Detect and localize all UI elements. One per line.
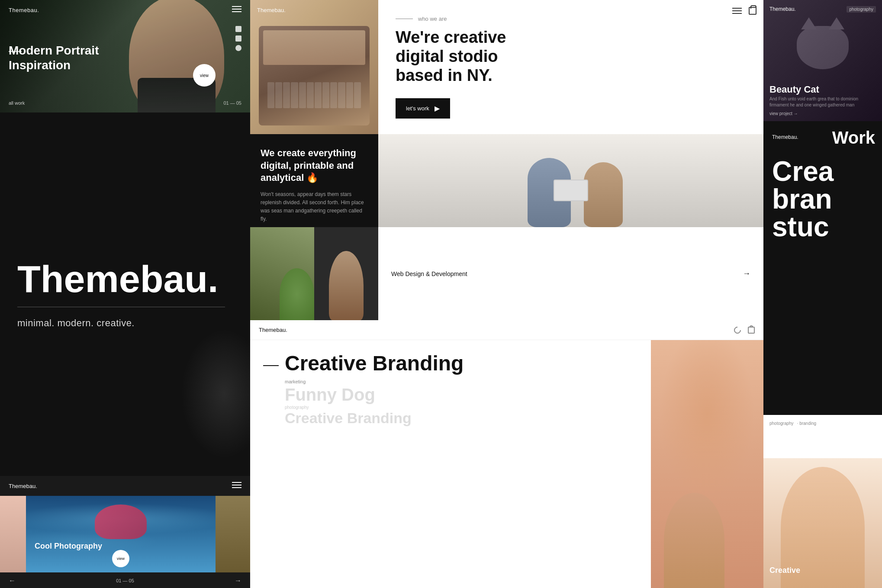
rb-photo: Creative — [763, 458, 882, 588]
center-section-1: Themebau. — [250, 0, 763, 134]
carousel-item-1 — [0, 496, 26, 572]
branding-item1: Funny Dog — [285, 384, 638, 405]
right-bottom-panel: photography · branding Creative — [763, 415, 882, 588]
crea-panel: Themebau. Work Crea bran stuc — [763, 121, 882, 415]
pool-figure — [95, 504, 147, 539]
brand-dash — [263, 365, 279, 366]
branding-section: Themebau. Creative Branding — [250, 320, 763, 588]
center-section-3: Web Design & Development → — [250, 227, 763, 320]
branding-nav: Themebau. — [250, 320, 763, 340]
rb-creative-label: Creative — [769, 566, 800, 575]
lets-work-button[interactable]: let's work ▶ — [396, 98, 450, 119]
btn-arrow-icon: ▶ — [435, 104, 440, 112]
carousel-item-2: Cool Photography view — [26, 496, 216, 572]
brand-divider — [17, 307, 225, 307]
cool-photo-label: Cool Photography — [35, 542, 207, 551]
studio-info-panel: who we are We're creative digital stodio… — [378, 0, 763, 134]
carousel-view-btn[interactable]: view — [112, 550, 129, 567]
center-inner: Themebau. — [250, 0, 763, 588]
carousel-counter: 01 — 05 — [116, 578, 134, 583]
carousel-logo: Themebau. — [9, 483, 37, 489]
carousel-panel: Themebau. Cool Photography view ← 01 — 0… — [0, 476, 250, 588]
refresh-icon[interactable] — [733, 325, 743, 335]
brand-right-photo — [651, 340, 763, 588]
view-project-link[interactable]: view project → — [769, 111, 798, 116]
brand-tagline: minimal. modern. creative. — [17, 318, 233, 329]
cat-ear2 — [829, 17, 844, 29]
woman-neck-shape — [664, 493, 724, 588]
creative-text-panel: We create everything digital, printable … — [250, 134, 378, 227]
brand-content: Creative Branding marketing Funny Dog ph… — [250, 340, 763, 588]
twitter-icon[interactable] — [235, 35, 241, 42]
work-label-container: Work — [832, 128, 875, 148]
couple-photo-panel — [378, 134, 763, 227]
bottom-bar: all work 01 — 05 — [9, 100, 241, 106]
shopping-cart-icon[interactable] — [749, 7, 756, 15]
laptop-tablet — [554, 180, 588, 201]
who-line — [396, 19, 413, 19]
service-item-web[interactable]: Web Design & Development → — [391, 265, 750, 283]
carousel-prev[interactable]: ← — [9, 577, 16, 585]
crea-title-text: Crea bran stuc — [772, 157, 873, 241]
services-panel: Web Design & Development → — [378, 227, 763, 320]
plant-shape — [280, 268, 314, 320]
keyboard-sim — [267, 82, 361, 108]
hamburger-menu[interactable] — [232, 6, 241, 12]
social-icons — [235, 26, 241, 51]
info-hamburger[interactable] — [732, 8, 742, 14]
all-work-link[interactable]: all work — [9, 100, 25, 106]
carousel-hamburger[interactable] — [232, 482, 241, 488]
brand-section: Themebau. minimal. modern. creative. — [0, 112, 250, 476]
cat-ear1 — [801, 17, 817, 29]
couple-shapes — [510, 149, 631, 227]
carousel-wrapper: Cool Photography view — [0, 496, 250, 572]
woman-shape — [329, 251, 364, 320]
facebook-icon[interactable] — [235, 26, 241, 32]
rb-tags: photography · branding — [769, 421, 816, 426]
brand-title-large: Creative Branding — [285, 353, 464, 374]
instagram-icon[interactable] — [235, 45, 241, 51]
who-label: who we are — [396, 16, 746, 22]
right-column: Themebau. photography Beauty Cat And Fis… — [763, 0, 882, 588]
cat-description: And Fish unto void earth grea that to do… — [769, 96, 876, 108]
brand-name: Themebau. — [17, 260, 233, 298]
view-button[interactable]: view — [193, 64, 216, 87]
brand-top-row: Creative Branding — [263, 353, 638, 374]
nature-photo-1 — [250, 227, 314, 320]
laptop-photo-panel: Themebau. — [250, 0, 378, 134]
carousel-bottom-bar: ← 01 — 05 → — [9, 577, 241, 585]
cat-shape — [797, 26, 849, 69]
creative-heading: We create everything digital, printable … — [261, 147, 368, 184]
laptop-shape — [259, 26, 370, 125]
portrait-title: Modern Portrait Inspiration — [9, 43, 130, 72]
center-section-2: We create everything digital, printable … — [250, 134, 763, 227]
carousel-next[interactable]: → — [235, 577, 241, 585]
save-icon[interactable] — [748, 327, 755, 334]
branding-item2: Creative Branding — [285, 410, 638, 427]
laptop-panel-logo: Themebau. — [257, 7, 286, 13]
service-name: Web Design & Development — [391, 270, 467, 277]
portrait-panel: Themebau. Modern Portrait Inspiration vi… — [0, 0, 250, 112]
cat-title: Beauty Cat — [769, 84, 819, 95]
rb-tag1: photography — [769, 421, 794, 426]
carousel-item-3 — [216, 496, 250, 572]
info-nav — [732, 7, 756, 15]
studio-title: We're creative digital stodio based in N… — [396, 28, 543, 85]
left-column: Themebau. Modern Portrait Inspiration vi… — [0, 0, 250, 588]
branding-item1-tag: photography — [285, 405, 638, 410]
branding-logo: Themebau. — [259, 327, 287, 333]
center-column: Themebau. — [250, 0, 763, 588]
portrait-image — [129, 0, 224, 112]
person2-shape — [584, 162, 623, 227]
creative-subtext: Won't seasons, appear days them stars re… — [261, 190, 368, 224]
work-label: Work — [832, 128, 875, 148]
page-counter: 01 — 05 — [223, 100, 241, 106]
marketing-tag: marketing — [285, 379, 638, 384]
top-logo: Themebau. — [9, 7, 39, 13]
service-arrow-icon: → — [743, 269, 750, 278]
brand-left: Creative Branding marketing Funny Dog ph… — [250, 340, 651, 588]
woman-photo — [314, 227, 378, 320]
rb-tag2: · branding — [797, 421, 816, 426]
cat-panel: Themebau. photography Beauty Cat And Fis… — [763, 0, 882, 121]
